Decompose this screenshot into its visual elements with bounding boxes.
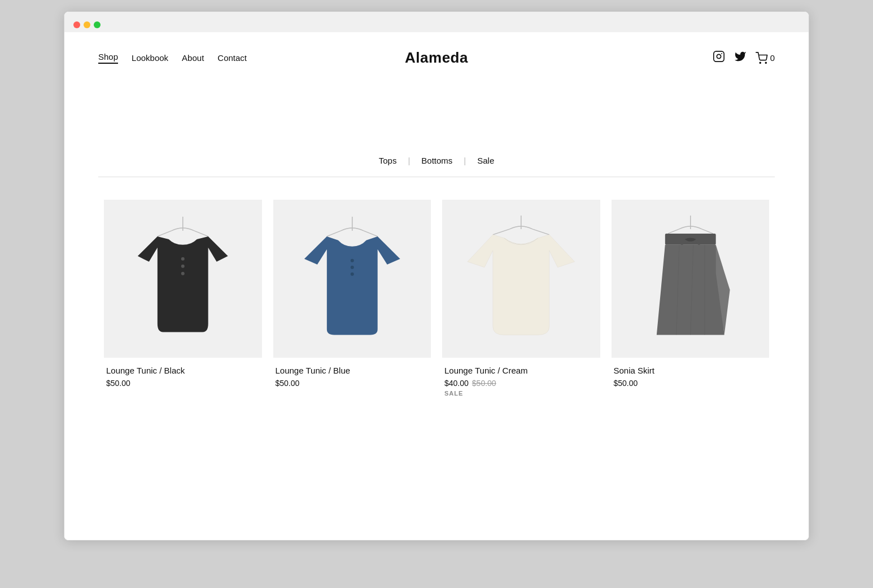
product-info-black: Lounge Tunic / Black $50.00 xyxy=(104,358,262,391)
sale-badge-cream: SALE xyxy=(444,390,598,397)
product-price-cream: $40.00 xyxy=(444,379,469,388)
svg-point-1 xyxy=(717,54,721,58)
svg-rect-0 xyxy=(713,51,723,62)
header: Shop Lookbook About Contact Alameda xyxy=(64,32,809,77)
nav-lookbook[interactable]: Lookbook xyxy=(132,53,168,63)
filter-bar: Tops | Bottoms | Sale xyxy=(64,144,809,177)
nav-shop[interactable]: Shop xyxy=(98,52,118,64)
product-image-black xyxy=(104,200,262,358)
product-image-skirt xyxy=(612,200,770,358)
svg-line-13 xyxy=(363,231,377,236)
filter-sep-1: | xyxy=(408,156,410,165)
svg-line-7 xyxy=(194,231,208,236)
browser-dot-yellow[interactable] xyxy=(84,21,90,28)
cart-count: 0 xyxy=(770,53,775,63)
page-content: Shop Lookbook About Contact Alameda xyxy=(64,32,809,540)
product-price-cream-original: $50.00 xyxy=(472,379,496,388)
product-name-skirt: Sonia Skirt xyxy=(614,366,767,375)
product-info-skirt: Sonia Skirt $50.00 xyxy=(612,358,770,391)
svg-line-23 xyxy=(701,229,713,234)
product-card-black[interactable]: Lounge Tunic / Black $50.00 xyxy=(98,194,268,406)
product-price-black: $50.00 xyxy=(106,379,260,388)
svg-line-19 xyxy=(493,229,510,235)
product-name-cream: Lounge Tunic / Cream xyxy=(444,366,598,375)
svg-line-22 xyxy=(667,229,679,234)
product-image-blue xyxy=(273,200,431,358)
browser-window: Shop Lookbook About Contact Alameda xyxy=(64,11,809,541)
svg-point-9 xyxy=(181,265,185,268)
product-name-blue: Lounge Tunic / Blue xyxy=(276,366,429,375)
svg-point-10 xyxy=(181,272,185,275)
filter-sep-2: | xyxy=(464,156,466,165)
browser-outer: Shop Lookbook About Contact Alameda xyxy=(0,0,873,588)
product-card-blue[interactable]: Lounge Tunic / Blue $50.00 xyxy=(268,194,437,406)
product-image-cream xyxy=(442,200,600,358)
svg-line-6 xyxy=(158,231,172,236)
svg-point-3 xyxy=(759,62,761,63)
svg-point-15 xyxy=(350,259,353,262)
product-card-skirt[interactable]: Sonia Skirt $50.00 xyxy=(606,194,775,406)
product-price-blue: $50.00 xyxy=(276,379,429,388)
site-title: Alameda xyxy=(405,49,468,67)
svg-point-17 xyxy=(350,273,353,276)
filter-sale[interactable]: Sale xyxy=(477,156,494,165)
product-grid: Lounge Tunic / Black $50.00 xyxy=(64,177,809,428)
product-card-cream[interactable]: Lounge Tunic / Cream $40.00 $50.00 SALE xyxy=(436,194,606,406)
browser-chrome xyxy=(64,12,809,32)
filter-bottoms[interactable]: Bottoms xyxy=(421,156,452,165)
svg-point-16 xyxy=(350,266,353,269)
browser-dot-green[interactable] xyxy=(94,21,101,28)
twitter-icon[interactable] xyxy=(734,50,747,65)
nav-contact[interactable]: Contact xyxy=(217,53,247,63)
hero-space xyxy=(64,77,809,144)
svg-line-20 xyxy=(532,229,549,235)
svg-point-4 xyxy=(765,62,766,63)
product-name-black: Lounge Tunic / Black xyxy=(106,366,260,375)
instagram-icon[interactable] xyxy=(713,50,725,65)
nav-about[interactable]: About xyxy=(182,53,204,63)
svg-point-8 xyxy=(181,257,185,261)
browser-dot-red[interactable] xyxy=(73,21,80,28)
product-info-cream: Lounge Tunic / Cream $40.00 $50.00 SALE xyxy=(442,358,600,400)
cart-icon-wrap[interactable]: 0 xyxy=(756,52,775,64)
filter-tops[interactable]: Tops xyxy=(379,156,397,165)
product-price-skirt: $50.00 xyxy=(614,379,767,388)
svg-line-12 xyxy=(326,231,341,236)
nav-left: Shop Lookbook About Contact xyxy=(98,52,247,64)
product-info-blue: Lounge Tunic / Blue $50.00 xyxy=(273,358,431,391)
svg-point-2 xyxy=(721,53,722,54)
nav-right: 0 xyxy=(713,50,775,65)
